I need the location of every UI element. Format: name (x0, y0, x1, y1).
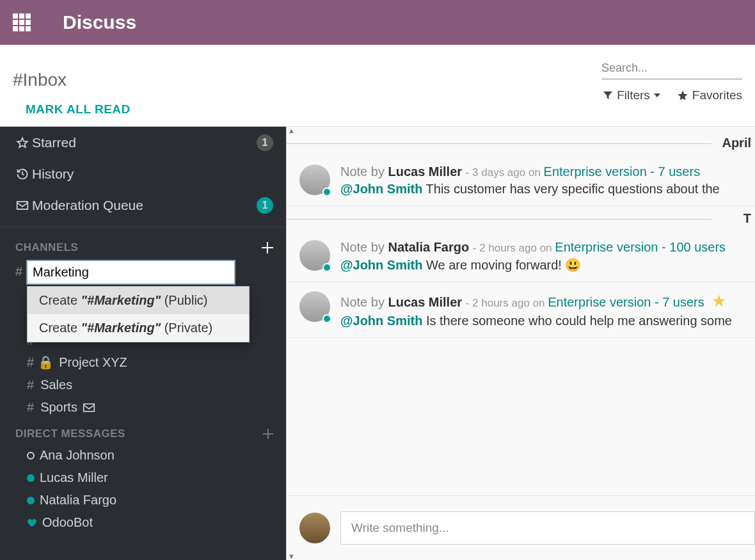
sidebar-item-moderation[interactable]: Moderation Queue 1 (0, 189, 286, 221)
star-outline-icon (13, 136, 32, 149)
timestamp: 3 days ago (472, 166, 525, 179)
hash-icon: # (15, 264, 22, 279)
topic-link[interactable]: Enterprise version - 7 users (548, 295, 704, 309)
envelope-icon (83, 403, 95, 413)
breadcrumb: #Inbox (13, 70, 67, 90)
presence-online-icon (27, 474, 35, 482)
topic-link[interactable]: Enterprise version - 100 users (555, 240, 726, 254)
presence-online-icon (322, 188, 331, 196)
funnel-icon (603, 90, 613, 100)
sidebar-item-starred[interactable]: Starred 1 (0, 127, 286, 159)
avatar (299, 291, 330, 322)
filters-menu[interactable]: Filters (603, 88, 660, 102)
presence-offline-icon (27, 452, 35, 460)
divider (0, 227, 286, 227)
message-text: This customer has very specific question… (422, 182, 719, 196)
channel-item[interactable]: #Sports (0, 396, 286, 419)
compose-input[interactable] (340, 511, 755, 545)
caret-down-icon (654, 92, 660, 99)
mention[interactable]: @John Smith (340, 182, 422, 196)
dm-item[interactable]: Natalia Fargo (0, 489, 286, 511)
envelope-icon (13, 200, 32, 211)
date-separator: April (287, 131, 755, 156)
star-icon (677, 90, 688, 101)
composer (287, 495, 755, 560)
apps-launcher-icon[interactable] (13, 13, 31, 31)
channel-item[interactable]: #🔒Project XYZ (0, 351, 286, 374)
author-name[interactable]: Lucas Miller (388, 295, 462, 309)
history-icon (13, 168, 32, 180)
count-badge: 1 (257, 134, 273, 151)
presence-online-icon (322, 314, 331, 323)
channel-item[interactable]: #Sales (0, 374, 286, 396)
presence-online-icon (27, 497, 35, 504)
message-item: Note by Natalia Fargo - 2 hours ago on E… (287, 231, 755, 282)
mention[interactable]: @John Smith (340, 314, 422, 328)
dm-label: Ana Johnson (40, 448, 115, 463)
add-dm-button[interactable] (263, 429, 273, 439)
sidebar-item-label: Moderation Queue (32, 198, 257, 213)
create-public-channel-option[interactable]: Create "#Marketing" (Public) (28, 287, 249, 314)
avatar (299, 513, 330, 543)
favorites-menu[interactable]: Favorites (677, 88, 742, 102)
dm-section-header: DIRECT MESSAGES (0, 419, 286, 444)
message-item: Note by Lucas Miller - 3 days ago on Ent… (287, 156, 755, 206)
message-text: We are moving forward! 😃 (422, 258, 581, 272)
dm-item[interactable]: Lucas Miller (0, 467, 286, 489)
note-prefix: Note by (340, 164, 388, 179)
section-label: CHANNELS (15, 241, 78, 254)
channels-section-header: CHANNELS (0, 232, 286, 258)
timestamp: 2 hours ago (479, 242, 537, 254)
message-item: Note by Lucas Miller - 2 hours ago on En… (287, 282, 755, 338)
mention[interactable]: @John Smith (340, 258, 422, 272)
channel-create-dropdown: Create "#Marketing" (Public) Create "#Ma… (27, 286, 250, 342)
add-channel-button[interactable] (262, 242, 273, 253)
mark-all-read-button[interactable]: MARK ALL READ (13, 102, 131, 123)
timestamp: 2 hours ago (472, 297, 530, 309)
dm-item[interactable]: OdooBot (0, 511, 286, 534)
avatar (299, 240, 330, 271)
dm-label: Lucas Miller (40, 470, 108, 485)
search-input[interactable] (601, 58, 742, 79)
svg-rect-0 (84, 404, 95, 412)
section-label: DIRECT MESSAGES (15, 428, 125, 440)
note-prefix: Note by (340, 295, 388, 309)
topic-link[interactable]: Enterprise version - 7 users (544, 164, 701, 179)
app-title: Discuss (63, 12, 136, 33)
sidebar-item-label: Starred (32, 135, 257, 150)
message-text: Is there someone who could help me answe… (422, 314, 732, 328)
app-header: Discuss (0, 0, 755, 45)
count-badge: 1 (257, 197, 273, 214)
channel-label: Project XYZ (59, 355, 127, 370)
sidebar-item-label: History (32, 166, 273, 182)
author-name[interactable]: Natalia Fargo (388, 240, 469, 254)
create-private-channel-option[interactable]: Create "#Marketing" (Private) (28, 314, 249, 342)
dm-label: OdooBot (42, 515, 93, 530)
note-prefix: Note by (340, 240, 388, 254)
author-name[interactable]: Lucas Miller (388, 164, 462, 179)
favorites-label: Favorites (692, 88, 742, 102)
sidebar-item-history[interactable]: History (0, 159, 286, 189)
channel-label: Sales (40, 378, 72, 392)
channel-name-input[interactable] (27, 260, 235, 284)
presence-online-icon (322, 263, 331, 272)
dm-item[interactable]: Ana Johnson (0, 444, 286, 467)
control-panel: #Inbox Filters Favorites MARK ALL READ (0, 45, 755, 127)
sidebar: Starred 1 History Moderation Queue 1 CHA… (0, 127, 286, 560)
filters-label: Filters (617, 88, 650, 102)
channel-label: Sports (40, 400, 77, 415)
heart-icon (27, 518, 37, 528)
scroll-down-icon[interactable]: ▼ (288, 552, 295, 560)
star-icon[interactable]: ★ (711, 291, 726, 310)
avatar (299, 164, 330, 195)
date-separator: T (287, 206, 755, 231)
dm-label: Natalia Fargo (40, 493, 116, 508)
message-pane: ▲ April Note by Lucas Miller - 3 days ag… (286, 127, 755, 560)
